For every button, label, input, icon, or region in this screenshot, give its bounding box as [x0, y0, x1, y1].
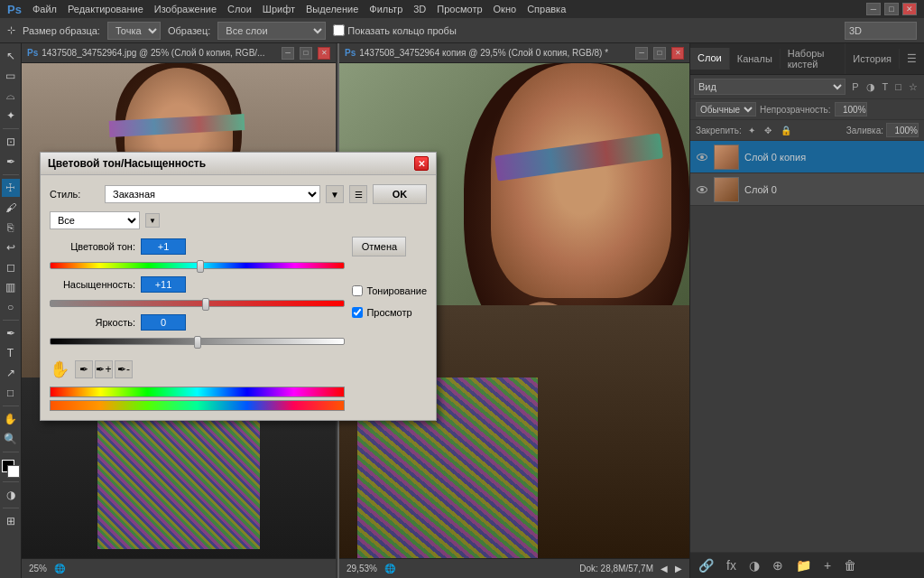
tab-layers[interactable]: Слои: [690, 48, 730, 70]
add-mask-button[interactable]: ◑: [744, 556, 764, 574]
doc-close-right[interactable]: ✕: [671, 47, 684, 60]
close-button[interactable]: ✕: [902, 3, 917, 15]
add-group-button[interactable]: 📁: [791, 556, 816, 574]
type-filter-icon[interactable]: T: [880, 80, 892, 94]
nav-next[interactable]: ▶: [675, 564, 682, 573]
panel-menu-button[interactable]: ☰: [900, 48, 924, 70]
path-select-tool[interactable]: ↗: [2, 364, 20, 382]
tab-brushes[interactable]: Наборы кистей: [781, 43, 846, 74]
fill-input[interactable]: [886, 123, 919, 137]
dodge-tool[interactable]: ○: [2, 298, 20, 316]
eye-icon-copy[interactable]: [697, 154, 707, 161]
adjustment-filter-icon[interactable]: ◑: [864, 80, 878, 94]
menu-select[interactable]: Выделение: [306, 4, 358, 14]
doc-minimize-right[interactable]: ─: [635, 47, 648, 60]
brush-tool[interactable]: 🖌: [2, 199, 20, 217]
sat-input[interactable]: [141, 276, 186, 293]
hue-input[interactable]: [141, 238, 186, 255]
doc-restore-right[interactable]: □: [653, 47, 666, 60]
size-select[interactable]: Точка: [107, 22, 161, 40]
hand-tool[interactable]: ✋: [2, 410, 20, 428]
channel-arrow[interactable]: ▼: [145, 213, 160, 228]
history-brush-tool[interactable]: ↩: [2, 238, 20, 256]
light-thumb[interactable]: [194, 336, 201, 349]
blend-mode-select[interactable]: Обычные: [696, 102, 756, 117]
delete-layer-button[interactable]: 🗑: [839, 556, 861, 574]
colorize-checkbox[interactable]: [352, 285, 363, 296]
doc-minimize-left[interactable]: ─: [282, 47, 294, 60]
eyedropper-minus-button[interactable]: ✒-: [115, 360, 133, 378]
hue-thumb[interactable]: [197, 260, 204, 273]
pixel-filter-icon[interactable]: P: [849, 80, 861, 94]
healing-tool[interactable]: ☩: [2, 179, 20, 197]
show-ring-checkbox[interactable]: [333, 24, 345, 36]
dialog-close-button[interactable]: ✕: [414, 156, 429, 171]
eraser-tool[interactable]: ◻: [2, 258, 20, 276]
menu-window[interactable]: Окно: [494, 4, 517, 14]
eyedropper-tool[interactable]: ✒: [2, 153, 20, 171]
cancel-button[interactable]: Отмена: [352, 237, 406, 256]
layer-item-copy[interactable]: Слой 0 копия: [690, 141, 924, 173]
eye-icon-base[interactable]: [697, 186, 707, 193]
menu-file[interactable]: Файл: [32, 4, 57, 14]
screen-mode-tool[interactable]: ⊞: [2, 512, 20, 530]
hand-icon[interactable]: ✋: [50, 359, 69, 379]
doc-restore-left[interactable]: □: [300, 47, 312, 60]
minimize-button[interactable]: ─: [866, 3, 881, 15]
shape-filter-icon[interactable]: □: [892, 80, 904, 94]
move-tool[interactable]: ↖: [2, 47, 20, 65]
menu-image[interactable]: Изображение: [154, 4, 217, 14]
pen-tool[interactable]: ✒: [2, 324, 20, 342]
channel-select[interactable]: Все: [50, 211, 140, 229]
quick-mask-tool[interactable]: ◑: [2, 486, 20, 504]
menu-3d[interactable]: 3D: [413, 4, 426, 14]
layer-visibility-base[interactable]: [696, 183, 708, 196]
eyedropper-button[interactable]: ✒: [75, 360, 93, 378]
add-style-button[interactable]: fx: [722, 556, 741, 574]
eyedropper-plus-button[interactable]: ✒+: [95, 360, 113, 378]
gradient-tool[interactable]: ▥: [2, 278, 20, 296]
sat-track[interactable]: [50, 300, 345, 307]
light-track[interactable]: [50, 338, 345, 345]
nav-prev[interactable]: ◀: [661, 564, 668, 573]
tab-channels[interactable]: Каналы: [730, 49, 781, 69]
dialog-titlebar[interactable]: Цветовой тон/Насыщенность ✕: [41, 153, 436, 175]
layer-visibility-copy[interactable]: [696, 151, 708, 163]
style-select[interactable]: Заказная: [105, 185, 320, 203]
lasso-tool[interactable]: ⌓: [2, 87, 20, 105]
background-color[interactable]: [7, 465, 20, 478]
preset-button[interactable]: ▼: [326, 185, 344, 203]
smart-filter-icon[interactable]: ☆: [906, 80, 920, 94]
menu-layers[interactable]: Слои: [227, 4, 252, 14]
light-input[interactable]: [141, 314, 186, 331]
link-layers-button[interactable]: 🔗: [694, 556, 718, 574]
show-ring-option[interactable]: Показать кольцо пробы: [333, 24, 457, 36]
preview-checkbox[interactable]: [352, 307, 363, 318]
add-adjustment-button[interactable]: ⊕: [768, 556, 788, 574]
hue-track[interactable]: [50, 262, 345, 269]
ok-button[interactable]: OK: [373, 184, 427, 204]
menu-filter[interactable]: Фильтр: [369, 4, 402, 14]
zoom-tool[interactable]: 🔍: [2, 430, 20, 448]
sat-thumb[interactable]: [202, 298, 209, 311]
doc-close-left[interactable]: ✕: [318, 47, 330, 60]
crop-tool[interactable]: ⊡: [2, 133, 20, 151]
magic-wand-tool[interactable]: ✦: [2, 107, 20, 125]
3d-input[interactable]: [845, 22, 917, 40]
sample-select[interactable]: Все слои: [217, 22, 326, 40]
preset-menu-button[interactable]: ☰: [349, 185, 367, 203]
maximize-button[interactable]: □: [884, 3, 899, 15]
tab-history[interactable]: История: [845, 49, 900, 69]
menu-help[interactable]: Справка: [527, 4, 566, 14]
type-tool[interactable]: T: [2, 344, 20, 362]
layer-item-base[interactable]: Слой 0: [690, 173, 924, 206]
layers-filter-select[interactable]: Вид: [694, 79, 845, 95]
lock-pixels-icon[interactable]: ✦: [745, 125, 758, 136]
lock-all-icon[interactable]: 🔒: [778, 125, 794, 136]
clone-tool[interactable]: ⎘: [2, 219, 20, 237]
add-layer-button[interactable]: +: [819, 556, 836, 574]
shape-tool[interactable]: □: [2, 384, 20, 402]
menu-type[interactable]: Шрифт: [263, 4, 295, 14]
lock-move-icon[interactable]: ✥: [762, 125, 774, 136]
opacity-input[interactable]: [835, 102, 867, 117]
